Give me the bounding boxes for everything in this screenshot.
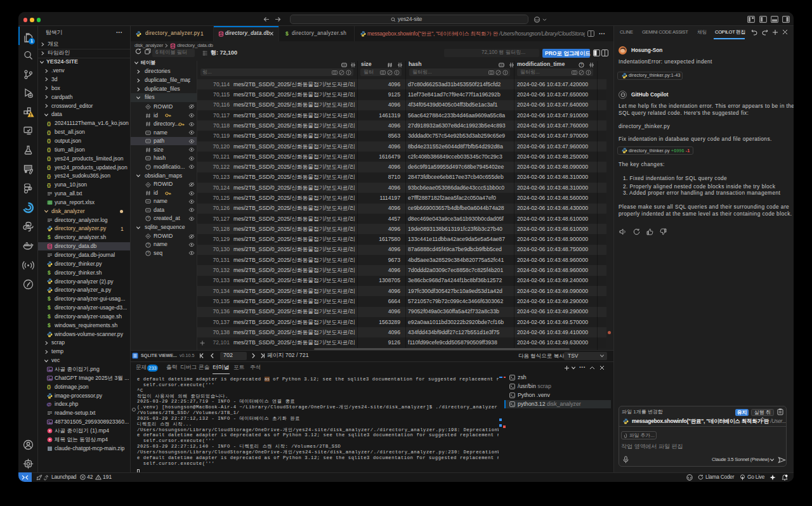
svg-text:?: ?	[147, 217, 149, 221]
svg-text:?: ?	[580, 63, 582, 67]
svg-text:?: ?	[147, 243, 149, 247]
svg-text:?: ?	[147, 251, 149, 255]
svg-text:?: ?	[147, 165, 149, 169]
